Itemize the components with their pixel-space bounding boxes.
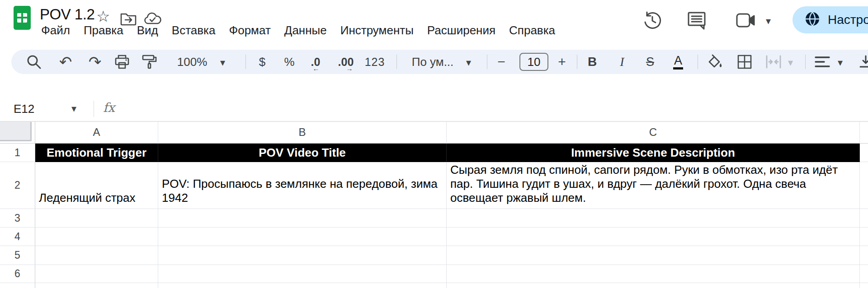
menu-item-tools[interactable]: Инструменты [334, 23, 420, 38]
name-box-dropdown-icon[interactable]: ▾ [71, 103, 76, 115]
increase-decimal-button[interactable]: .00→ [333, 50, 359, 74]
cell-D2-partial[interactable] [860, 162, 868, 209]
cell-D3-partial[interactable] [860, 209, 868, 228]
share-button-label: Настро [828, 13, 868, 27]
column-header-A[interactable]: A [35, 122, 158, 144]
document-title[interactable]: POV 1.2 [40, 6, 94, 23]
sheets-logo-grid [17, 13, 27, 23]
fx-icon: fx [103, 100, 115, 115]
row-header-5[interactable]: 5 [0, 246, 35, 265]
font-name: По ум... [412, 55, 454, 69]
row-header-4[interactable]: 4 [0, 228, 35, 246]
format-currency-button[interactable]: $ [252, 50, 273, 74]
menu-item-format[interactable]: Формат [222, 23, 277, 38]
horizontal-align-icon[interactable] [811, 50, 833, 74]
merge-cells-icon[interactable] [763, 50, 784, 74]
google-sheets-app: POV 1.2 ☆ Файл Правка Вид Вставка Формат… [0, 0, 868, 288]
paint-format-icon[interactable] [139, 50, 160, 74]
cell-A6[interactable] [35, 265, 158, 283]
cell-C1[interactable]: Immersive Scene Description [447, 144, 860, 162]
cell-C6[interactable] [447, 265, 860, 283]
sheets-logo[interactable] [14, 6, 31, 30]
increase-font-size-button[interactable]: + [552, 50, 572, 74]
format-percent-button[interactable]: % [279, 50, 300, 74]
font-size-input[interactable]: 10 [519, 53, 548, 71]
vertical-align-icon[interactable] [855, 50, 868, 74]
menu-item-edit[interactable]: Правка [77, 23, 130, 38]
row-header-1[interactable]: 1 [0, 144, 35, 162]
cell-C3[interactable] [447, 209, 860, 228]
toolbar: ↶ ↷ 100% ▾ $ % .0← .00→ [11, 50, 868, 74]
name-box[interactable]: E12 [14, 102, 34, 116]
formula-bar: E12 ▾ fx [0, 96, 868, 122]
menu-item-data[interactable]: Данные [278, 23, 334, 38]
cell-D7-partial[interactable] [860, 283, 868, 288]
cell-B4[interactable] [158, 228, 447, 246]
cell-B1[interactable]: POV Video Title [158, 144, 447, 162]
menu-item-view[interactable]: Вид [130, 23, 165, 38]
undo-icon[interactable]: ↶ [54, 50, 77, 74]
cell-D4-partial[interactable] [860, 228, 868, 246]
cell-A4[interactable] [35, 228, 158, 246]
cell-C7-partial[interactable] [447, 283, 860, 288]
italic-button[interactable]: I [612, 50, 632, 74]
version-history-icon[interactable] [642, 10, 663, 31]
globe-icon [804, 11, 821, 29]
print-icon[interactable] [112, 50, 132, 74]
menu-item-extensions[interactable]: Расширения [420, 23, 502, 38]
video-call-dropdown-icon[interactable]: ▾ [766, 15, 771, 27]
fill-color-icon[interactable] [704, 50, 726, 74]
bold-button[interactable]: B [582, 50, 603, 74]
cell-D1-partial[interactable] [860, 144, 868, 162]
row-header-6[interactable]: 6 [0, 265, 35, 283]
formula-input[interactable] [127, 102, 859, 116]
search-icon[interactable] [24, 50, 44, 74]
cell-B7-partial[interactable] [158, 283, 447, 288]
cell-B2[interactable]: POV: Просыпаюсь в землянке на передовой,… [158, 162, 447, 209]
text-color-button[interactable]: A [668, 50, 689, 74]
font-select[interactable]: По ум... [406, 50, 460, 74]
decrease-font-size-button[interactable]: − [491, 50, 511, 74]
cell-C5[interactable] [447, 246, 860, 265]
zoom-dropdown-icon: ▾ [220, 57, 225, 69]
video-call-icon[interactable] [735, 13, 757, 28]
column-header-B[interactable]: B [158, 122, 447, 144]
horizontal-align-dropdown-icon: ▾ [838, 57, 843, 69]
spreadsheet-grid: A B C 1 Emotional Trigger POV Video Titl… [0, 122, 868, 288]
cell-A2[interactable]: Леденящий страх [35, 162, 158, 209]
zoom-select[interactable]: 100% [170, 50, 214, 74]
font-dropdown-icon: ▾ [466, 57, 471, 69]
cell-B3[interactable] [158, 209, 447, 228]
menu-item-help[interactable]: Справка [502, 23, 562, 38]
decrease-decimal-button[interactable]: .0← [304, 50, 327, 74]
menu-item-file[interactable]: Файл [34, 23, 77, 38]
cell-A5[interactable] [35, 246, 158, 265]
cell-A1[interactable]: Emotional Trigger [35, 144, 158, 162]
cell-C4[interactable] [447, 228, 860, 246]
comments-icon[interactable] [686, 10, 707, 30]
cell-D6-partial[interactable] [860, 265, 868, 283]
row-header-3[interactable]: 3 [0, 209, 35, 228]
number-format-button[interactable]: 123 [362, 50, 387, 74]
cell-A7-partial[interactable] [35, 283, 158, 288]
strikethrough-button[interactable]: S [640, 50, 660, 74]
menu-bar: Файл Правка Вид Вставка Формат Данные Ин… [34, 23, 562, 38]
menu-item-insert[interactable]: Вставка [165, 23, 222, 38]
zoom-value: 100% [177, 55, 208, 69]
borders-icon[interactable] [734, 50, 755, 74]
cell-A3[interactable] [35, 209, 158, 228]
cell-C2[interactable]: Сырая земля под спиной, сапоги рядом. Ру… [447, 162, 860, 209]
redo-icon[interactable]: ↷ [84, 50, 106, 74]
column-header-D-partial[interactable] [860, 122, 868, 144]
merge-dropdown-icon: ▾ [788, 57, 793, 69]
cell-B5[interactable] [158, 246, 447, 265]
share-button[interactable]: Настро [793, 6, 868, 33]
row-header-7-partial[interactable] [0, 283, 35, 288]
select-all-corner[interactable] [0, 122, 35, 144]
column-header-C[interactable]: C [447, 122, 860, 144]
cell-D5-partial[interactable] [860, 246, 868, 265]
cell-B6[interactable] [158, 265, 447, 283]
row-header-2[interactable]: 2 [0, 162, 35, 209]
